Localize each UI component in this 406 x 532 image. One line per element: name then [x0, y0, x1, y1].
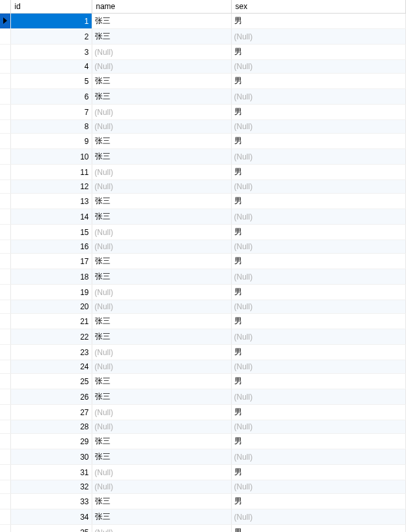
cell-name[interactable]: 张三 [92, 134, 231, 149]
cell-name[interactable]: 张三 [92, 194, 231, 209]
table-row[interactable]: 20(Null)(Null) [0, 300, 406, 314]
cell-sex[interactable]: (Null) [231, 360, 406, 374]
cell-name[interactable]: (Null) [92, 405, 231, 420]
cell-id[interactable]: 35 [10, 525, 92, 533]
table-row[interactable]: 24(Null)(Null) [0, 360, 406, 374]
cell-name[interactable]: (Null) [92, 120, 231, 134]
cell-name[interactable]: (Null) [92, 360, 231, 374]
cell-name[interactable]: 张三 [92, 509, 231, 525]
table-row[interactable]: 14张三(Null) [0, 209, 406, 225]
cell-sex[interactable]: (Null) [231, 120, 406, 134]
cell-sex[interactable]: (Null) [231, 420, 406, 434]
cell-name[interactable]: (Null) [92, 480, 231, 494]
cell-id[interactable]: 2 [10, 29, 92, 45]
cell-name[interactable]: 张三 [92, 14, 231, 29]
cell-name[interactable]: 张三 [92, 374, 231, 389]
data-grid[interactable]: id name sex 1张三男2张三(Null)3(Null)男4(Null)… [0, 0, 406, 532]
table-row[interactable]: 15(Null)男 [0, 225, 406, 240]
table-row[interactable]: 13张三男 [0, 194, 406, 209]
cell-name[interactable]: 张三 [92, 269, 231, 285]
cell-id[interactable]: 24 [10, 360, 92, 374]
table-row[interactable]: 10张三(Null) [0, 149, 406, 165]
table-row[interactable]: 11(Null)男 [0, 165, 406, 180]
cell-id[interactable]: 10 [10, 149, 92, 165]
table-row[interactable]: 19(Null)男 [0, 285, 406, 300]
table-row[interactable]: 22张三(Null) [0, 329, 406, 345]
cell-id[interactable]: 18 [10, 269, 92, 285]
table-row[interactable]: 17张三男 [0, 254, 406, 269]
table-row[interactable]: 35(Null)男 [0, 525, 406, 533]
cell-sex[interactable]: (Null) [231, 480, 406, 494]
cell-sex[interactable]: 男 [231, 345, 406, 360]
cell-name[interactable]: (Null) [92, 105, 231, 120]
cell-sex[interactable]: 男 [231, 134, 406, 149]
cell-sex[interactable]: 男 [231, 225, 406, 240]
cell-sex[interactable]: (Null) [231, 389, 406, 405]
cell-sex[interactable]: 男 [231, 14, 406, 29]
cell-name[interactable]: 张三 [92, 494, 231, 509]
cell-sex[interactable]: (Null) [231, 180, 406, 194]
table-row[interactable]: 28(Null)(Null) [0, 420, 406, 434]
cell-sex[interactable]: 男 [231, 525, 406, 533]
header-id[interactable]: id [10, 0, 92, 14]
cell-id[interactable]: 8 [10, 120, 92, 134]
cell-id[interactable]: 5 [10, 74, 92, 89]
cell-name[interactable]: 张三 [92, 434, 231, 449]
cell-sex[interactable]: (Null) [231, 209, 406, 225]
cell-sex[interactable]: 男 [231, 45, 406, 60]
cell-name[interactable]: 张三 [92, 89, 231, 105]
cell-sex[interactable]: (Null) [231, 60, 406, 74]
cell-name[interactable]: 张三 [92, 209, 231, 225]
cell-sex[interactable]: (Null) [231, 269, 406, 285]
table-row[interactable]: 9张三男 [0, 134, 406, 149]
cell-sex[interactable]: (Null) [231, 240, 406, 254]
table-row[interactable]: 18张三(Null) [0, 269, 406, 285]
cell-sex[interactable]: 男 [231, 285, 406, 300]
cell-name[interactable]: 张三 [92, 254, 231, 269]
cell-name[interactable]: (Null) [92, 225, 231, 240]
cell-name[interactable]: (Null) [92, 300, 231, 314]
cell-sex[interactable]: (Null) [231, 89, 406, 105]
cell-id[interactable]: 15 [10, 225, 92, 240]
table-row[interactable]: 34张三(Null) [0, 509, 406, 525]
table-row[interactable]: 12(Null)(Null) [0, 180, 406, 194]
cell-sex[interactable]: 男 [231, 434, 406, 449]
cell-sex[interactable]: 男 [231, 105, 406, 120]
cell-id[interactable]: 1 [10, 14, 92, 29]
cell-id[interactable]: 16 [10, 240, 92, 254]
header-sex[interactable]: sex [231, 0, 406, 14]
cell-sex[interactable]: (Null) [231, 329, 406, 345]
cell-id[interactable]: 19 [10, 285, 92, 300]
cell-name[interactable]: 张三 [92, 449, 231, 465]
cell-name[interactable]: (Null) [92, 240, 231, 254]
cell-name[interactable]: (Null) [92, 465, 231, 480]
cell-id[interactable]: 11 [10, 165, 92, 180]
table-row[interactable]: 32(Null)(Null) [0, 480, 406, 494]
table-row[interactable]: 31(Null)男 [0, 465, 406, 480]
table-row[interactable]: 2张三(Null) [0, 29, 406, 45]
cell-name[interactable]: 张三 [92, 149, 231, 165]
cell-name[interactable]: (Null) [92, 60, 231, 74]
cell-id[interactable]: 13 [10, 194, 92, 209]
cell-sex[interactable]: (Null) [231, 29, 406, 45]
cell-id[interactable]: 9 [10, 134, 92, 149]
cell-name[interactable]: (Null) [92, 420, 231, 434]
cell-sex[interactable]: 男 [231, 374, 406, 389]
table-row[interactable]: 6张三(Null) [0, 89, 406, 105]
cell-id[interactable]: 33 [10, 494, 92, 509]
table-row[interactable]: 26张三(Null) [0, 389, 406, 405]
cell-sex[interactable]: 男 [231, 254, 406, 269]
cell-sex[interactable]: (Null) [231, 449, 406, 465]
cell-id[interactable]: 29 [10, 434, 92, 449]
cell-id[interactable]: 32 [10, 480, 92, 494]
cell-id[interactable]: 27 [10, 405, 92, 420]
cell-id[interactable]: 7 [10, 105, 92, 120]
table-row[interactable]: 33张三男 [0, 494, 406, 509]
cell-sex[interactable]: (Null) [231, 149, 406, 165]
cell-sex[interactable]: 男 [231, 74, 406, 89]
cell-name[interactable]: 张三 [92, 74, 231, 89]
header-name[interactable]: name [92, 0, 231, 14]
cell-name[interactable]: (Null) [92, 345, 231, 360]
cell-sex[interactable]: 男 [231, 465, 406, 480]
cell-sex[interactable]: 男 [231, 194, 406, 209]
